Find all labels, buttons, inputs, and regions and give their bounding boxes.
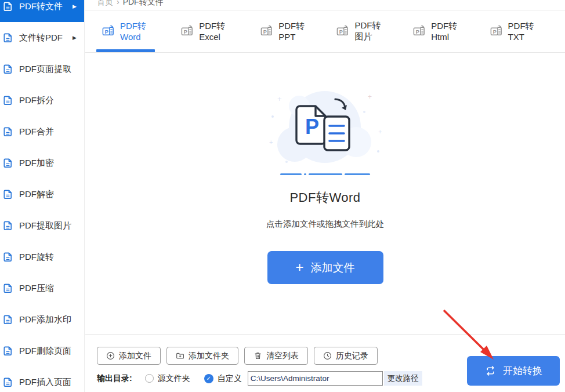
sidebar-item-page-extract[interactable]: PDF页面提取: [0, 53, 84, 85]
dropzone[interactable]: + + + + P: [85, 53, 565, 333]
pdf-encrypt-icon: [2, 157, 14, 169]
custom-folder-label: 自定义: [218, 373, 242, 384]
breadcrumb-current: PDF转文件: [123, 0, 164, 8]
sidebar-item-label: PDF解密: [19, 189, 54, 200]
sidebar-item-label: PDF插入页面: [19, 377, 71, 388]
sidebar-item-pdf-decrypt[interactable]: PDF解密: [0, 179, 84, 210]
toolbar-button-label: 添加文件: [119, 351, 151, 361]
pdf-convert-tab-icon: P: [180, 24, 194, 38]
extract-images-icon: [2, 220, 14, 232]
pdf-converter-window: PDF转文件▶文件转PDF▶PDF页面提取PDF拆分PDF合并PDF加密PDF解…: [0, 0, 565, 392]
pdf-convert-tab-icon: P: [336, 24, 350, 38]
sidebar-item-label: PDF拆分: [19, 95, 54, 106]
output-path-input[interactable]: [248, 371, 383, 386]
tab-pdf转txt[interactable]: PPDF转TXT: [490, 10, 538, 52]
sidebar-item-pdf-merge[interactable]: PDF合并: [0, 116, 84, 147]
dashed-underline: [280, 173, 370, 175]
sidebar-item-insert-pages[interactable]: PDF插入页面: [0, 366, 84, 392]
sidebar-item-pdf-encrypt[interactable]: PDF加密: [0, 147, 84, 179]
tab-label: PDF转Excel: [199, 21, 233, 42]
breadcrumb-row: 首页 › PDF转文件: [85, 0, 565, 10]
sidebar-item-add-watermark[interactable]: PDF添加水印: [0, 304, 84, 335]
svg-text:P: P: [184, 29, 187, 35]
tab-pdf转图片[interactable]: PPDF转图片: [336, 10, 385, 52]
active-tab-underline: [96, 49, 155, 52]
insert-pages-icon: [2, 376, 14, 389]
add-file-button[interactable]: 添加文件: [97, 347, 161, 365]
sidebar-item-pdf-rotate[interactable]: PDF旋转: [0, 241, 84, 273]
add-file-icon: [106, 351, 115, 360]
output-directory-row: 输出目录: 源文件夹 ✓ 自定义 更改路径: [97, 371, 422, 386]
output-directory-label: 输出目录:: [97, 373, 132, 384]
svg-text:P: P: [492, 29, 496, 35]
start-convert-label: 开始转换: [503, 364, 542, 378]
pdf-convert-tab-icon: P: [260, 24, 274, 38]
checked-radio-icon[interactable]: ✓: [204, 374, 213, 383]
pdf-to-file-icon: [2, 1, 14, 13]
tab-label: PDF转PPT: [278, 21, 309, 42]
svg-text:P: P: [105, 29, 108, 35]
source-folder-label: 源文件夹: [158, 373, 190, 384]
conversion-tabbar: PPDF转WordPPDF转ExcelPPDF转PPTPPDF转图片PPDF转H…: [85, 10, 565, 53]
pdf-split-icon: [2, 95, 14, 107]
add-files-button[interactable]: + 添加文件: [267, 251, 383, 284]
sidebar-item-label: PDF压缩: [19, 283, 54, 294]
sidebar-item-delete-pages[interactable]: PDF删除页面: [0, 335, 84, 366]
sidebar-item-label: PDF加密: [19, 158, 54, 169]
svg-text:P: P: [263, 29, 267, 35]
tab-label: PDF转图片: [354, 20, 385, 42]
tab-pdf转ppt[interactable]: PPDF转PPT: [260, 10, 309, 52]
pdf-compress-icon: [2, 282, 14, 295]
start-convert-button[interactable]: 开始转换: [467, 356, 560, 386]
pdf-convert-tab-icon: P: [490, 24, 504, 38]
svg-text:+: +: [269, 139, 273, 146]
sidebar-item-label: 文件转PDF: [19, 32, 63, 43]
radio-circle-icon[interactable]: [145, 374, 154, 383]
toolbar-button-label: 添加文件夹: [189, 351, 229, 361]
submenu-arrow-icon: ▶: [73, 35, 77, 41]
svg-text:+: +: [277, 95, 282, 103]
sidebar-list: PDF转文件▶文件转PDF▶PDF页面提取PDF拆分PDF合并PDF加密PDF解…: [0, 0, 84, 392]
sidebar-item-label: PDF删除页面: [19, 346, 71, 357]
pdf-rotate-icon: [2, 251, 14, 263]
clear-list-button[interactable]: 清空列表: [244, 347, 308, 365]
sidebar: PDF转文件▶文件转PDF▶PDF页面提取PDF拆分PDF合并PDF加密PDF解…: [0, 0, 85, 392]
svg-text:P: P: [339, 29, 343, 35]
history-button[interactable]: 历史记录: [314, 347, 378, 365]
sidebar-item-pdf-to-file[interactable]: PDF转文件▶: [0, 0, 84, 22]
custom-folder-radio[interactable]: ✓ 自定义: [204, 373, 242, 384]
dropzone-hint: 点击添加文件或拖拽文件到此处: [266, 219, 384, 230]
tab-label: PDF转TXT: [508, 21, 538, 42]
file-to-pdf-icon: [2, 32, 14, 44]
bottom-panel: 添加文件添加文件夹清空列表历史记录 输出目录: 源文件夹 ✓ 自定义 更改路径: [85, 334, 565, 392]
add-files-button-label: 添加文件: [311, 260, 355, 275]
sidebar-item-file-to-pdf[interactable]: 文件转PDF▶: [0, 22, 84, 53]
pdf-merge-icon: [2, 126, 14, 138]
file-toolbar: 添加文件添加文件夹清空列表历史记录: [97, 347, 378, 365]
tab-pdf转word[interactable]: PPDF转Word: [102, 10, 153, 52]
pdf-decrypt-icon: [2, 188, 14, 201]
change-path-button[interactable]: 更改路径: [384, 371, 422, 386]
sidebar-item-extract-images[interactable]: PDF提取图片: [0, 210, 84, 241]
tab-pdf转excel[interactable]: PPDF转Excel: [180, 10, 233, 52]
sidebar-item-label: PDF旋转: [19, 252, 54, 263]
source-folder-radio[interactable]: 源文件夹: [145, 373, 190, 384]
svg-text:P: P: [416, 29, 419, 35]
main-area: 首页 › PDF转文件 PPDF转WordPPDF转ExcelPPDF转PPTP…: [85, 0, 565, 392]
svg-text:P: P: [305, 115, 319, 139]
convert-loop-icon: [484, 365, 497, 377]
sidebar-item-pdf-compress[interactable]: PDF压缩: [0, 273, 84, 304]
sidebar-item-label: PDF提取图片: [19, 220, 71, 231]
breadcrumb-home[interactable]: 首页: [97, 0, 113, 8]
add-folder-button[interactable]: 添加文件夹: [166, 347, 238, 365]
svg-text:+: +: [378, 128, 382, 135]
plus-icon: +: [295, 260, 303, 274]
clear-list-icon: [253, 351, 262, 360]
history-icon: [323, 351, 332, 360]
submenu-arrow-icon: ▶: [73, 3, 77, 9]
sidebar-item-pdf-split[interactable]: PDF拆分: [0, 85, 84, 116]
breadcrumb: 首页 › PDF转文件: [97, 0, 164, 8]
pdf-convert-tab-icon: P: [412, 24, 426, 38]
add-folder-icon: [176, 351, 184, 360]
tab-pdf转html[interactable]: PPDF转Html: [412, 10, 462, 52]
